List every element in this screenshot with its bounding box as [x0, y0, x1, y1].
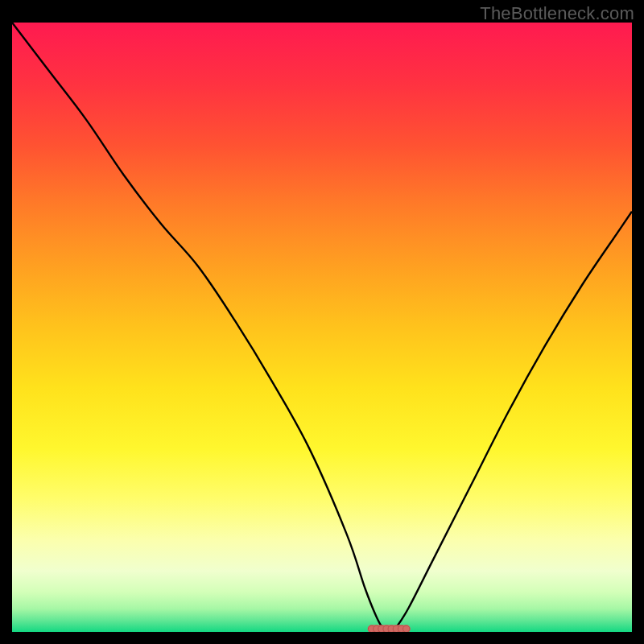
target-range-markers [368, 625, 411, 632]
gradient-background [12, 23, 632, 632]
plot-area [12, 23, 632, 632]
watermark-text: TheBottleneck.com [480, 3, 634, 24]
chart-frame: TheBottleneck.com [0, 0, 644, 644]
bottleneck-chart [12, 23, 632, 632]
marker-dot [403, 625, 410, 632]
